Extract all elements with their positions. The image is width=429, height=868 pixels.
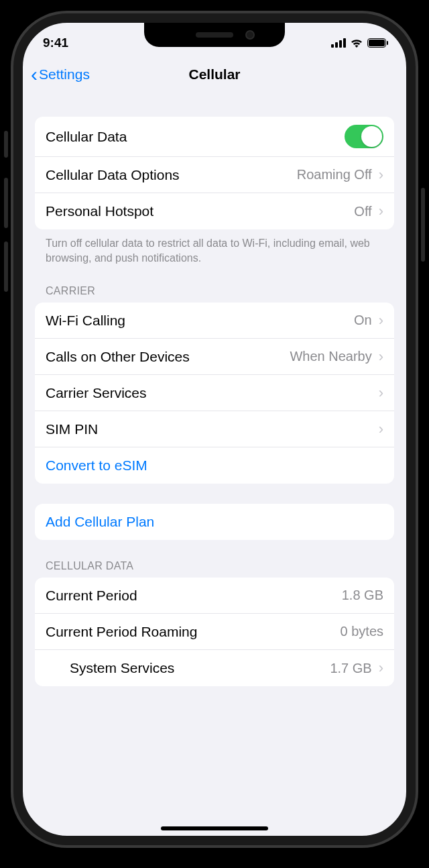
row-label: SIM PIN bbox=[46, 421, 372, 437]
row-label: Add Cellular Plan bbox=[46, 514, 383, 530]
cellular-data-row[interactable]: Cellular Data bbox=[35, 117, 394, 157]
chevron-right-icon: › bbox=[379, 203, 383, 220]
back-button[interactable]: ‹ Settings bbox=[31, 64, 90, 85]
battery-icon bbox=[367, 38, 386, 48]
wifi-icon bbox=[350, 38, 363, 48]
cellular-data-header: Cellular Data bbox=[35, 560, 394, 578]
row-value: 1.8 GB bbox=[342, 588, 383, 603]
wifi-calling-row[interactable]: Wi-Fi Calling On › bbox=[35, 303, 394, 339]
row-label: Calls on Other Devices bbox=[46, 349, 290, 365]
chevron-right-icon: › bbox=[379, 348, 383, 366]
row-value: Roaming Off bbox=[297, 167, 372, 182]
personal-hotspot-row[interactable]: Personal Hotspot Off › bbox=[35, 193, 394, 229]
row-label: Current Period Roaming bbox=[46, 624, 341, 640]
row-label: Convert to eSIM bbox=[46, 457, 383, 474]
row-value: When Nearby bbox=[290, 349, 371, 364]
row-label: Personal Hotspot bbox=[46, 203, 354, 219]
section-footer: Turn off cellular data to restrict all d… bbox=[35, 229, 394, 265]
row-value: 1.7 GB bbox=[330, 661, 371, 676]
page-title: Cellular bbox=[188, 66, 240, 83]
chevron-right-icon: › bbox=[379, 384, 383, 402]
status-time: 9:41 bbox=[43, 36, 68, 50]
chevron-left-icon: ‹ bbox=[31, 64, 38, 85]
home-indicator[interactable] bbox=[161, 826, 268, 830]
row-label: Current Period bbox=[46, 588, 342, 604]
row-label: Cellular Data bbox=[46, 129, 345, 145]
chevron-right-icon: › bbox=[379, 659, 383, 677]
system-services-row[interactable]: System Services 1.7 GB › bbox=[35, 650, 394, 686]
row-label: Cellular Data Options bbox=[46, 167, 297, 183]
current-period-roaming-row: Current Period Roaming 0 bytes bbox=[35, 614, 394, 650]
phone-frame: 9:41 ‹ Settings Cellular Cellular Data C… bbox=[13, 13, 416, 845]
row-label: System Services bbox=[46, 660, 330, 676]
convert-esim-row[interactable]: Convert to eSIM bbox=[35, 447, 394, 484]
cellular-data-options-row[interactable]: Cellular Data Options Roaming Off › bbox=[35, 157, 394, 193]
chevron-right-icon: › bbox=[379, 421, 383, 438]
cellular-data-toggle[interactable] bbox=[345, 125, 383, 148]
row-label: Carrier Services bbox=[46, 385, 372, 401]
settings-content[interactable]: Cellular Data Cellular Data Options Roam… bbox=[23, 93, 406, 836]
row-value: Off bbox=[354, 204, 371, 219]
sim-pin-row[interactable]: SIM PIN › bbox=[35, 411, 394, 447]
current-period-row: Current Period 1.8 GB bbox=[35, 578, 394, 614]
row-label: Wi-Fi Calling bbox=[46, 313, 354, 329]
calls-other-devices-row[interactable]: Calls on Other Devices When Nearby › bbox=[35, 339, 394, 375]
back-label: Settings bbox=[39, 66, 90, 83]
device-notch bbox=[144, 23, 285, 47]
carrier-header: Carrier bbox=[35, 285, 394, 303]
carrier-services-row[interactable]: Carrier Services › bbox=[35, 375, 394, 411]
add-cellular-plan-row[interactable]: Add Cellular Plan bbox=[35, 504, 394, 540]
row-value: 0 bytes bbox=[341, 624, 383, 639]
chevron-right-icon: › bbox=[379, 312, 383, 329]
cellular-signal-icon bbox=[331, 38, 346, 48]
row-value: On bbox=[354, 313, 372, 328]
chevron-right-icon: › bbox=[379, 166, 383, 184]
navigation-bar: ‹ Settings Cellular bbox=[23, 56, 406, 93]
